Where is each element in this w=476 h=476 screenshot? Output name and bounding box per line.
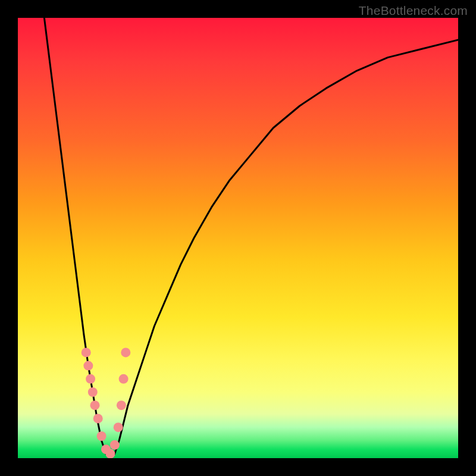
data-point bbox=[86, 374, 95, 384]
data-point bbox=[110, 440, 120, 450]
data-point bbox=[117, 400, 126, 410]
bottleneck-curve-path bbox=[44, 18, 458, 458]
data-point bbox=[88, 387, 98, 397]
data-point bbox=[121, 347, 130, 357]
dots-group bbox=[82, 347, 131, 458]
data-point bbox=[114, 422, 123, 432]
data-point bbox=[93, 414, 103, 423]
data-point bbox=[83, 361, 93, 371]
data-point bbox=[90, 400, 100, 410]
curve-group bbox=[44, 18, 458, 458]
data-point bbox=[82, 347, 91, 357]
bottleneck-curve-svg bbox=[18, 18, 458, 458]
watermark-text: TheBottleneck.com bbox=[359, 4, 468, 18]
data-point bbox=[105, 449, 115, 458]
data-point bbox=[119, 374, 129, 384]
plot-area bbox=[18, 18, 458, 458]
chart-frame: TheBottleneck.com bbox=[0, 0, 476, 476]
data-point bbox=[97, 431, 107, 441]
